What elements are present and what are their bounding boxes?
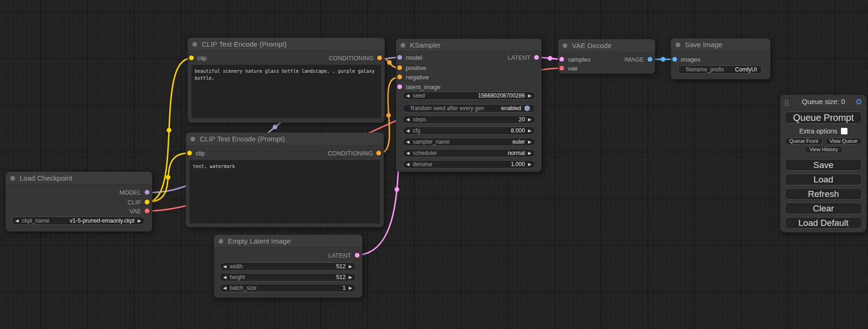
decrement-arrow-icon[interactable]: ◀	[403, 149, 413, 157]
toggle-dot-icon[interactable]	[524, 105, 530, 111]
input-vae[interactable]: vae	[559, 64, 578, 72]
node-save-image[interactable]: Save Image images filename_prefix ComfyU…	[671, 38, 770, 79]
collapse-dot-icon[interactable]	[563, 43, 567, 48]
port-dot-model[interactable]	[145, 190, 149, 195]
node-title-bar[interactable]: CLIP Text Encode (Prompt)	[188, 38, 385, 51]
widget-random-seed-toggle[interactable]: Random seed after every gen enabled	[402, 104, 535, 112]
port-dot-latent[interactable]	[534, 55, 539, 60]
decrement-arrow-icon[interactable]: ◀	[403, 127, 413, 134]
increment-arrow-icon[interactable]: ▶	[525, 161, 535, 168]
widget-steps[interactable]: ◀ steps 20 ▶	[402, 115, 535, 124]
widget-height[interactable]: ◀ height 512 ▶	[219, 273, 356, 281]
output-image[interactable]: IMAGE	[624, 56, 652, 63]
decrement-arrow-icon[interactable]: ◀	[12, 217, 22, 224]
output-model[interactable]: MODEL	[120, 189, 149, 196]
port-dot-clip[interactable]	[145, 200, 149, 204]
node-empty-latent-image[interactable]: Empty Latent Image LATENT ◀ width 512 ▶ …	[214, 235, 362, 298]
port-dot-latent[interactable]	[559, 57, 564, 62]
port-dot-conditioning[interactable]	[377, 56, 382, 60]
input-positive[interactable]: positive	[397, 64, 426, 71]
collapse-dot-icon[interactable]	[10, 176, 15, 181]
clear-button[interactable]: Clear	[785, 203, 862, 214]
input-model[interactable]: model	[397, 54, 422, 61]
output-latent[interactable]: LATENT	[508, 54, 539, 61]
increment-arrow-icon[interactable]: ▶	[525, 127, 535, 134]
decrement-arrow-icon[interactable]: ◀	[220, 263, 230, 270]
node-title-bar[interactable]: Empty Latent Image	[214, 235, 362, 248]
node-title-bar[interactable]: KSampler	[396, 39, 542, 52]
node-title-bar[interactable]: Load Checkpoint	[6, 172, 152, 185]
extra-options-checkbox[interactable]	[841, 128, 847, 134]
widget-cfg[interactable]: ◀ cfg 8.000 ▶	[402, 126, 535, 135]
node-title-bar[interactable]: VAE Decode	[558, 39, 655, 52]
port-dot-image[interactable]	[672, 57, 677, 62]
port-dot-vae[interactable]	[559, 66, 564, 70]
view-history-button[interactable]: View History	[804, 146, 843, 153]
port-dot-conditioning[interactable]	[376, 151, 381, 155]
output-clip[interactable]: CLIP	[127, 198, 149, 206]
widget-filename-prefix[interactable]: filename_prefix ComfyUI	[678, 65, 762, 74]
widget-scheduler[interactable]: ◀ scheduler normal ▶	[402, 149, 535, 157]
port-dot-conditioning[interactable]	[397, 65, 402, 70]
decrement-arrow-icon[interactable]: ◀	[220, 284, 230, 292]
port-dot-latent[interactable]	[397, 84, 402, 89]
prompt-textarea[interactable]: beautiful scenery nature glass bottle la…	[191, 65, 381, 118]
node-clip-text-encode-negative[interactable]: CLIP Text Encode (Prompt) clip CONDITION…	[186, 133, 384, 227]
view-queue-button[interactable]: View Queue	[825, 138, 862, 145]
widget-width[interactable]: ◀ width 512 ▶	[219, 262, 356, 271]
widget-batch-size[interactable]: ◀ batch_size 1 ▶	[219, 284, 356, 292]
widget-sampler-name[interactable]: ◀ sampler_name euler ▶	[402, 138, 535, 146]
input-samples[interactable]: samples	[559, 56, 590, 63]
input-images[interactable]: images	[672, 56, 700, 63]
increment-arrow-icon[interactable]: ▶	[346, 263, 355, 270]
port-dot-clip[interactable]	[187, 151, 192, 155]
node-title-bar[interactable]: Save Image	[671, 38, 770, 51]
increment-arrow-icon[interactable]: ▶	[525, 149, 535, 157]
increment-arrow-icon[interactable]: ▶	[525, 92, 535, 99]
port-dot-model[interactable]	[397, 55, 402, 60]
increment-arrow-icon[interactable]: ▶	[525, 138, 535, 146]
node-title-bar[interactable]: CLIP Text Encode (Prompt)	[186, 133, 384, 146]
widget-seed[interactable]: ◀ seed 156680208700286 ▶	[402, 91, 535, 100]
decrement-arrow-icon[interactable]: ◀	[403, 116, 413, 123]
port-dot-conditioning[interactable]	[397, 75, 402, 79]
node-load-checkpoint[interactable]: Load Checkpoint MODEL CLIP VAE ◀ ckpt_na…	[6, 172, 152, 231]
node-clip-text-encode-positive[interactable]: CLIP Text Encode (Prompt) clip CONDITION…	[188, 38, 385, 123]
load-default-button[interactable]: Load Default	[785, 217, 862, 229]
collapse-dot-icon[interactable]	[192, 42, 197, 47]
settings-gear-icon[interactable]: ⚙	[855, 97, 862, 107]
input-latent-image[interactable]: latent_image	[397, 83, 440, 91]
load-button[interactable]: Load	[785, 174, 862, 185]
collapse-dot-icon[interactable]	[191, 137, 195, 141]
collapse-dot-icon[interactable]	[676, 42, 680, 47]
refresh-button[interactable]: Refresh	[785, 188, 862, 200]
output-vae[interactable]: VAE	[129, 207, 149, 215]
input-clip[interactable]: clip	[189, 54, 207, 62]
decrement-arrow-icon[interactable]: ◀	[403, 161, 413, 168]
input-negative[interactable]: negative	[397, 73, 429, 81]
output-conditioning[interactable]: CONDITIONING	[328, 149, 381, 157]
port-dot-clip[interactable]	[189, 56, 194, 60]
output-latent[interactable]: LATENT	[328, 252, 360, 259]
collapse-dot-icon[interactable]	[401, 43, 405, 48]
input-clip[interactable]: clip	[187, 149, 205, 157]
decrement-arrow-icon[interactable]: ◀	[403, 92, 413, 99]
port-dot-image[interactable]	[648, 57, 652, 62]
increment-arrow-icon[interactable]: ▶	[525, 116, 535, 123]
increment-arrow-icon[interactable]: ▶	[346, 284, 355, 292]
save-button[interactable]: Save	[785, 159, 862, 171]
prompt-textarea[interactable]: text, watermark	[190, 160, 380, 224]
node-vae-decode[interactable]: VAE Decode samples vae IMAGE	[558, 39, 655, 74]
increment-arrow-icon[interactable]: ▶	[346, 273, 355, 281]
output-conditioning[interactable]: CONDITIONING	[329, 54, 382, 62]
collapse-dot-icon[interactable]	[219, 239, 223, 244]
widget-denoise[interactable]: ◀ denoise 1.000 ▶	[402, 160, 535, 168]
port-dot-vae[interactable]	[145, 209, 149, 213]
node-ksampler[interactable]: KSampler model positive negative latent_…	[396, 39, 542, 172]
widget-ckpt-name[interactable]: ◀ ckpt_name v1-5-pruned-emaonly.ckpt ▶	[12, 217, 145, 225]
port-dot-latent[interactable]	[355, 253, 360, 258]
queue-front-button[interactable]: Queue Front	[785, 138, 823, 145]
queue-prompt-button[interactable]: Queue Prompt	[785, 112, 862, 124]
decrement-arrow-icon[interactable]: ◀	[220, 273, 230, 281]
node-graph-canvas[interactable]: Load Checkpoint MODEL CLIP VAE ◀ ckpt_na…	[0, 0, 868, 329]
